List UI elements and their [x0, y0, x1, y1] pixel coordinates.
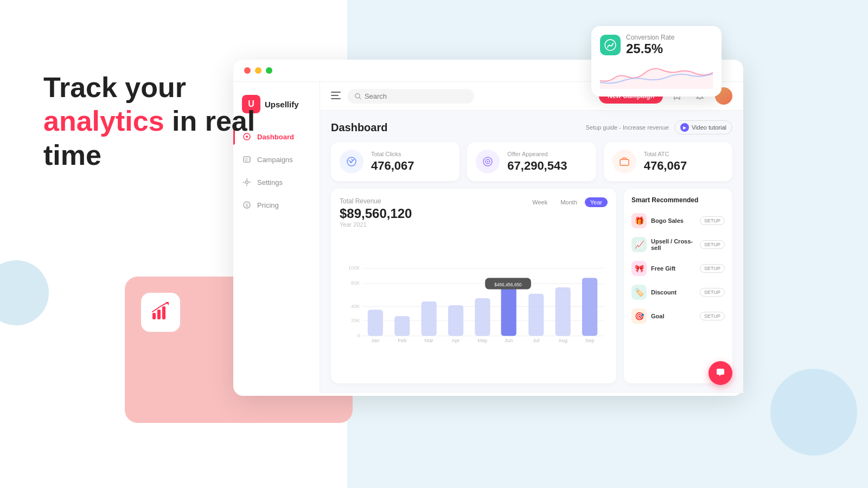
bottom-row: Total Revenue $89,560,120 Year 2021 Week…: [331, 189, 732, 383]
svg-text:Apr: Apr: [452, 337, 460, 343]
revenue-title: Total Revenue: [340, 197, 412, 205]
smart-item-free-gift: 🎀 Free Gift SETUP: [631, 258, 725, 279]
svg-text:May: May: [478, 337, 488, 343]
revenue-year: Year 2021: [340, 221, 412, 228]
discount-setup-button[interactable]: SETUP: [700, 288, 725, 297]
svg-rect-36: [501, 284, 516, 336]
smart-item-upsell: 📈 Upsell / Cross-sell SETUP: [631, 234, 725, 255]
dot-green: [266, 67, 272, 74]
chat-button[interactable]: [709, 361, 732, 385]
total-clicks-icon: [340, 150, 363, 174]
revenue-amount: $89,560,120: [340, 206, 412, 221]
main-content: New Campaign: [320, 82, 743, 393]
svg-rect-35: [475, 298, 490, 336]
dashboard-body: Dashboard Setup guide - Increase revenue…: [320, 111, 743, 393]
conversion-header: Conversion Rate 25.5%: [600, 34, 713, 56]
menu-icon[interactable]: [331, 91, 341, 102]
stat-info-total-clicks: Total Clicks 476,067: [371, 151, 414, 173]
chart-container: 100K 80K 40K 25K 0: [340, 232, 608, 375]
svg-rect-12: [331, 95, 339, 96]
sidebar-label-dashboard: Dashboard: [257, 133, 294, 141]
sidebar-item-pricing[interactable]: $ Pricing: [233, 195, 320, 215]
svg-text:80K: 80K: [351, 280, 360, 286]
svg-rect-40: [556, 287, 571, 336]
svg-text:Sep: Sep: [585, 337, 595, 343]
brand-name: Upsellify: [265, 100, 299, 109]
sidebar-label-campaigns: Campaigns: [257, 156, 293, 164]
upsell-setup-button[interactable]: SETUP: [700, 240, 725, 249]
video-play-icon: ▶: [680, 123, 689, 132]
goal-icon: 🎯: [631, 309, 647, 324]
smart-item-goal: 🎯 Goal SETUP: [631, 306, 725, 326]
dashboard-title: Dashboard: [331, 121, 387, 134]
svg-rect-34: [448, 305, 463, 336]
svg-text:0: 0: [357, 332, 360, 338]
tab-week[interactable]: Week: [527, 197, 553, 207]
discount-label: Discount: [651, 289, 676, 296]
svg-text:Mar: Mar: [425, 337, 433, 343]
svg-point-19: [487, 161, 489, 163]
setup-guide-link[interactable]: Setup guide - Increase revenue: [585, 124, 669, 131]
svg-text:Jul: Jul: [533, 337, 539, 343]
tab-year[interactable]: Year: [585, 197, 608, 207]
bogo-label: Bogo Sales: [651, 217, 684, 224]
time-tabs: Week Month Year: [527, 197, 608, 207]
smart-recommended-title: Smart Recommended: [631, 196, 725, 204]
pricing-icon: $: [242, 200, 252, 210]
upsell-icon: 📈: [631, 237, 647, 252]
svg-text:$456,456,650: $456,456,650: [494, 282, 522, 287]
revenue-header: Total Revenue $89,560,120 Year 2021 Week…: [340, 197, 608, 228]
svg-rect-31: [368, 310, 383, 336]
stat-card-offer-appeared: Offer Appeared 67,290,543: [467, 142, 596, 181]
hero-section: Track your analytics in real time: [43, 70, 255, 172]
sidebar-label-pricing: Pricing: [257, 201, 279, 209]
dashboard-links: Setup guide - Increase revenue ▶ Video t…: [585, 120, 732, 134]
svg-text:Aug: Aug: [558, 337, 567, 343]
svg-rect-33: [422, 301, 437, 336]
upsell-label: Upsell / Cross-sell: [651, 238, 700, 251]
svg-text:Jan: Jan: [371, 337, 379, 343]
goal-setup-button[interactable]: SETUP: [700, 312, 725, 320]
bogo-icon: 🎁: [631, 213, 647, 228]
svg-rect-39: [528, 294, 544, 336]
video-tutorial-button[interactable]: ▶ Video tutorial: [674, 120, 732, 134]
search-bar[interactable]: [347, 89, 474, 104]
offer-appeared-icon: [476, 150, 500, 174]
stat-card-total-clicks: Total Clicks 476,067: [331, 142, 459, 181]
hero-line2: in real: [172, 105, 255, 137]
hero-line1: Track your: [43, 72, 186, 103]
free-gift-icon: 🎀: [631, 261, 647, 276]
sidebar-item-settings[interactable]: Settings: [233, 172, 320, 192]
svg-rect-41: [582, 278, 597, 336]
svg-rect-11: [331, 92, 341, 93]
free-gift-label: Free Gift: [651, 265, 675, 272]
smart-recommended-card: Smart Recommended 🎁 Bogo Sales SETUP 📈: [624, 189, 732, 383]
stat-info-offer-appeared: Offer Appeared 67,290,543: [507, 151, 567, 173]
goal-label: Goal: [651, 313, 664, 319]
svg-text:Feb: Feb: [398, 337, 406, 343]
decorative-circle-right: [770, 369, 857, 455]
bogo-setup-button[interactable]: SETUP: [700, 216, 725, 225]
svg-text:40K: 40K: [351, 303, 360, 309]
hero-highlight: analytics: [43, 105, 164, 137]
svg-point-8: [246, 181, 248, 184]
settings-icon: [242, 177, 252, 187]
free-gift-setup-button[interactable]: SETUP: [700, 264, 725, 273]
app-layout: U Upsellify Dashboard: [233, 82, 743, 393]
conversion-chart: [600, 62, 713, 89]
conversion-rate-card: Conversion Rate 25.5%: [591, 26, 722, 97]
svg-rect-13: [331, 98, 341, 99]
stat-card-total-atc: Total ATC 476,067: [604, 142, 732, 181]
search-input[interactable]: [365, 92, 467, 100]
svg-text:100K: 100K: [348, 265, 361, 271]
svg-line-15: [359, 97, 361, 99]
smart-item-discount: 🏷️ Discount SETUP: [631, 282, 725, 303]
conversion-icon: [600, 35, 621, 55]
revenue-card: Total Revenue $89,560,120 Year 2021 Week…: [331, 189, 616, 383]
smart-item-bogo: 🎁 Bogo Sales SETUP: [631, 210, 725, 231]
stat-info-total-atc: Total ATC 476,067: [644, 151, 687, 173]
total-atc-icon: [612, 150, 636, 174]
dot-yellow: [255, 67, 261, 74]
svg-text:$: $: [245, 203, 248, 208]
tab-month[interactable]: Month: [555, 197, 583, 207]
